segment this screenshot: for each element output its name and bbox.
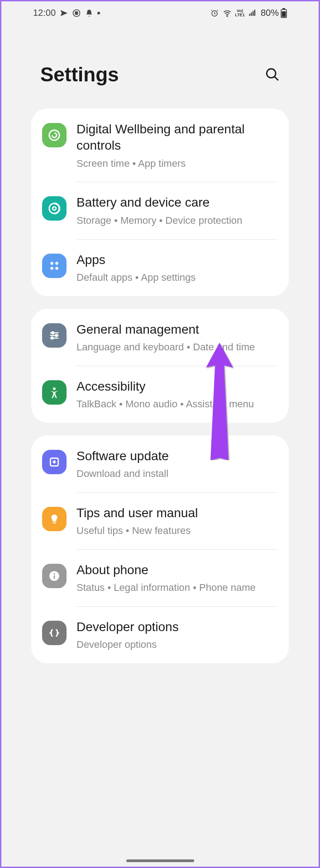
settings-item-subtitle: Screen time • App timers [76, 157, 278, 170]
settings-item-battery-device-care[interactable]: Battery and device care Storage • Memory… [31, 182, 289, 239]
svg-point-20 [55, 334, 57, 336]
settings-item-title: Battery and device care [76, 194, 278, 211]
svg-point-17 [50, 267, 53, 270]
settings-item-subtitle: Storage • Memory • Device protection [76, 214, 278, 227]
settings-item-title: Software update [76, 448, 278, 464]
settings-item-accessibility[interactable]: Accessibility TalkBack • Mono audio • As… [31, 366, 289, 423]
svg-point-19 [52, 331, 54, 334]
volte-icon: Vo)LTE1 [235, 9, 244, 18]
settings-item-title: Developer options [76, 619, 278, 635]
svg-point-16 [55, 262, 58, 265]
svg-rect-6 [253, 11, 253, 16]
svg-point-21 [51, 337, 53, 339]
overflow-dot-icon [97, 12, 100, 14]
battery-percent: 80% [261, 8, 279, 18]
status-bar: 12:00 B Vo)LTE1 80% [25, 1, 295, 23]
settings-item-title: Accessibility [76, 378, 278, 395]
svg-point-11 [267, 69, 276, 78]
settings-item-general-management[interactable]: General management Language and keyboard… [31, 309, 289, 366]
svg-point-15 [50, 262, 53, 265]
update-icon [42, 450, 67, 474]
svg-rect-4 [249, 14, 250, 16]
signal-icon [248, 9, 257, 18]
svg-rect-7 [254, 9, 255, 16]
svg-text:B: B [75, 11, 78, 15]
svg-point-3 [227, 15, 228, 16]
svg-rect-26 [54, 576, 55, 579]
settings-item-subtitle: Download and install [76, 467, 278, 481]
svg-point-12 [49, 130, 60, 141]
settings-item-tips-manual[interactable]: Tips and user manual Useful tips • New f… [31, 492, 289, 549]
alarm-icon [210, 9, 219, 18]
accessibility-icon [42, 380, 67, 405]
settings-item-subtitle: Language and keyboard • Date and time [76, 340, 278, 354]
svg-point-22 [53, 387, 56, 390]
settings-item-digital-wellbeing[interactable]: Digital Wellbeing and parental controls … [31, 108, 289, 182]
settings-item-title: Digital Wellbeing and parental controls [76, 121, 278, 154]
settings-item-title: Apps [76, 252, 278, 268]
settings-item-title: Tips and user manual [76, 505, 278, 521]
send-icon [59, 9, 68, 18]
developer-icon [42, 621, 67, 645]
bell-icon [85, 9, 94, 18]
settings-item-subtitle: Useful tips • New features [76, 524, 278, 538]
status-time: 12:00 [33, 8, 56, 18]
settings-item-subtitle: Developer options [76, 638, 278, 651]
home-indicator[interactable] [126, 859, 194, 862]
search-button[interactable] [263, 66, 282, 84]
settings-item-title: About phone [76, 562, 278, 578]
general-icon [42, 323, 67, 348]
wifi-icon [223, 9, 232, 18]
svg-rect-5 [251, 12, 252, 16]
battery-icon [281, 8, 287, 18]
settings-item-title: General management [76, 321, 278, 338]
settings-item-apps[interactable]: Apps Default apps • App settings [31, 239, 289, 296]
battery-status: 80% [261, 8, 287, 18]
wellbeing-icon [42, 123, 67, 147]
settings-item-subtitle: Default apps • App settings [76, 271, 278, 284]
device-care-icon [42, 196, 67, 221]
settings-item-about-phone[interactable]: About phone Status • Legal information •… [31, 549, 289, 606]
tips-icon [42, 507, 67, 531]
settings-group-2: General management Language and keyboard… [31, 309, 289, 423]
settings-item-developer-options[interactable]: Developer options Developer options [31, 606, 289, 663]
settings-item-subtitle: TalkBack • Mono audio • Assistant menu [76, 397, 278, 411]
svg-rect-10 [282, 11, 286, 17]
svg-point-25 [53, 573, 55, 575]
settings-item-software-update[interactable]: Software update Download and install [31, 435, 289, 492]
svg-point-18 [55, 267, 58, 270]
svg-point-14 [53, 207, 56, 211]
page-title: Settings [40, 63, 119, 86]
search-icon [265, 67, 280, 82]
settings-group-3: Software update Download and install Tip… [31, 435, 289, 663]
circle-b-icon: B [72, 9, 81, 18]
settings-group-1: Digital Wellbeing and parental controls … [31, 108, 289, 296]
settings-item-subtitle: Status • Legal information • Phone name [76, 581, 278, 594]
apps-icon [42, 254, 67, 278]
about-icon [42, 564, 67, 588]
